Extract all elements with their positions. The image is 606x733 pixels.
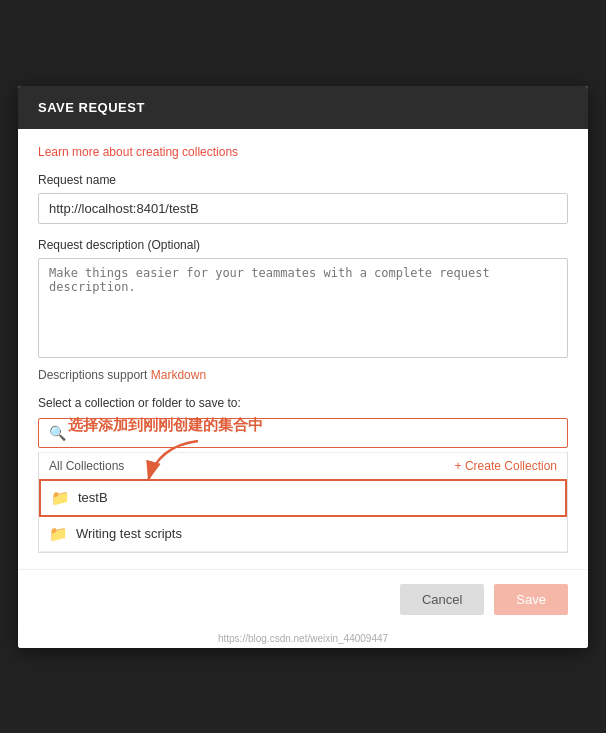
- modal-title: SAVE REQUEST: [38, 100, 568, 115]
- search-input[interactable]: [72, 425, 557, 441]
- collection-item-testb[interactable]: 📁 testB: [39, 479, 567, 517]
- collection-name-2: Writing test scripts: [76, 526, 182, 541]
- save-button[interactable]: Save: [494, 584, 568, 615]
- markdown-note: Descriptions support Markdown: [38, 368, 568, 382]
- collection-item-writing[interactable]: 📁 Writing test scripts: [39, 517, 567, 552]
- modal-footer: Cancel Save: [18, 569, 588, 629]
- request-description-label: Request description (Optional): [38, 238, 568, 252]
- all-collections-label: All Collections: [49, 459, 124, 473]
- search-container: 🔍: [38, 418, 568, 448]
- modal-body: Learn more about creating collections Re…: [18, 129, 588, 569]
- request-name-input[interactable]: [38, 193, 568, 224]
- modal-header: SAVE REQUEST: [18, 86, 588, 129]
- modal-overlay: SAVE REQUEST Learn more about creating c…: [0, 0, 606, 733]
- cancel-button[interactable]: Cancel: [400, 584, 484, 615]
- request-description-input[interactable]: [38, 258, 568, 358]
- markdown-link[interactable]: Markdown: [151, 368, 206, 382]
- folder-icon-2: 📁: [49, 525, 68, 543]
- learn-more-link[interactable]: Learn more about creating collections: [38, 145, 568, 159]
- search-area: 选择添加到刚刚创建的集合中 🔍: [38, 418, 568, 448]
- create-collection-link[interactable]: + Create Collection: [455, 459, 557, 473]
- collections-area: All Collections + Create Collection 📁 te…: [38, 452, 568, 553]
- save-request-modal: SAVE REQUEST Learn more about creating c…: [18, 86, 588, 648]
- folder-icon: 📁: [51, 489, 70, 507]
- watermark: https://blog.csdn.net/weixin_44009447: [18, 629, 588, 648]
- search-icon: 🔍: [49, 425, 66, 441]
- select-collection-label: Select a collection or folder to save to…: [38, 396, 568, 410]
- request-name-label: Request name: [38, 173, 568, 187]
- collections-header: All Collections + Create Collection: [39, 452, 567, 479]
- collection-name: testB: [78, 490, 108, 505]
